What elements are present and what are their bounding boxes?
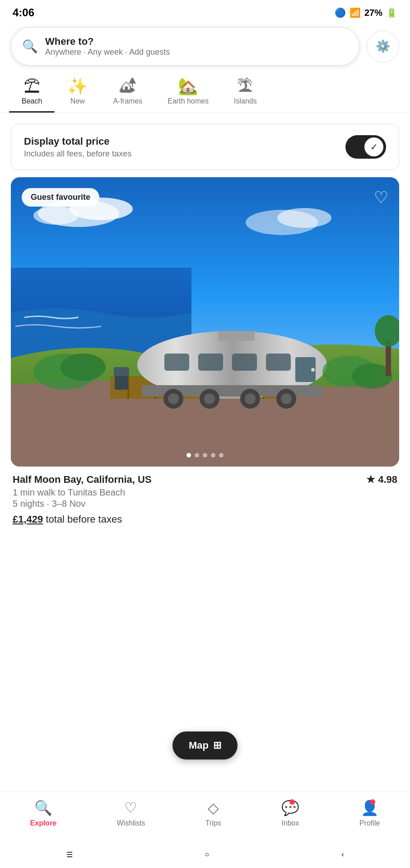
map-icon: ⊞ <box>213 740 221 751</box>
svg-rect-17 <box>198 354 223 371</box>
trips-icon: ◇ <box>208 799 219 816</box>
wishlist-heart-button[interactable]: ♡ <box>374 188 388 207</box>
nav-trips[interactable]: ◇ Trips <box>205 799 221 827</box>
beach-label: Beach <box>22 97 42 105</box>
category-aframes[interactable]: 🏕 A-frames <box>100 73 155 113</box>
search-title: Where to? <box>45 36 170 47</box>
listing-title-row: Half Moon Bay, California, US ★ 4.98 <box>13 474 397 486</box>
listing-image-wrap: Guest favourite ♡ <box>11 177 399 467</box>
explore-label: Explore <box>30 819 57 827</box>
svg-rect-19 <box>266 354 291 371</box>
svg-rect-16 <box>164 354 189 371</box>
listing-price-value: £1,429 <box>13 514 43 525</box>
listing-illustration <box>11 177 399 467</box>
wishlists-icon: ♡ <box>124 799 137 816</box>
explore-icon: 🔍 <box>34 799 52 816</box>
earthhomes-icon: 🏡 <box>178 78 198 94</box>
islands-icon: 🏝 <box>237 78 253 94</box>
category-new[interactable]: ✨ New <box>55 73 100 113</box>
dot-5 <box>219 453 224 458</box>
listing-location: Half Moon Bay, California, US <box>13 474 152 486</box>
status-time: 4:06 <box>13 6 34 19</box>
rating-value: 4.98 <box>378 474 397 486</box>
wifi-icon: 📶 <box>349 7 361 18</box>
svg-point-5 <box>277 208 331 228</box>
price-banner-subtitle: Includes all fees, before taxes <box>24 149 131 159</box>
filter-icon: ⚙️ <box>376 39 390 53</box>
status-bar: 4:06 🔵 📶 27% 🔋 <box>0 0 410 23</box>
nav-explore[interactable]: 🔍 Explore <box>30 799 57 827</box>
battery-text: 27% <box>364 8 382 18</box>
svg-rect-22 <box>219 331 255 341</box>
dot-4 <box>211 453 215 458</box>
svg-rect-21 <box>311 368 315 372</box>
earthhomes-label: Earth homes <box>168 97 209 105</box>
category-nav: ⛱ Beach ✨ New 🏕 A-frames 🏡 Earth homes 🏝… <box>0 73 410 113</box>
image-dots <box>186 453 224 458</box>
svg-point-3 <box>33 207 79 225</box>
svg-point-28 <box>245 393 256 404</box>
svg-rect-32 <box>114 367 129 376</box>
bottom-nav: 🔍 Explore ♡ Wishlists ◇ Trips 💬 Inbox 👤 … <box>0 792 410 841</box>
dot-3 <box>203 453 207 458</box>
total-price-toggle[interactable]: ✓ <box>345 135 386 159</box>
guest-favourite-badge: Guest favourite <box>22 188 99 207</box>
price-banner: Display total price Includes all fees, b… <box>11 124 399 170</box>
profile-label: Profile <box>359 819 380 827</box>
beach-icon: ⛱ <box>24 78 40 94</box>
svg-rect-31 <box>115 374 128 390</box>
dot-1 <box>186 453 191 458</box>
svg-point-24 <box>168 393 179 404</box>
new-icon: ✨ <box>67 78 88 94</box>
bluetooth-icon: 🔵 <box>335 7 346 18</box>
search-subtitle: Anywhere · Any week · Add guests <box>45 47 170 57</box>
svg-rect-18 <box>232 354 257 371</box>
star-icon: ★ <box>366 474 375 486</box>
nav-inbox[interactable]: 💬 Inbox <box>281 799 299 827</box>
svg-point-26 <box>204 393 215 404</box>
category-islands[interactable]: 🏝 Islands <box>221 73 270 113</box>
status-icons: 🔵 📶 27% 🔋 <box>335 7 397 18</box>
android-home-icon[interactable]: ○ <box>205 850 210 859</box>
new-label: New <box>70 97 85 105</box>
search-section: 🔍 Where to? Anywhere · Any week · Add gu… <box>0 23 410 73</box>
android-menu-icon[interactable]: ☰ <box>66 850 73 859</box>
listing-dates: 5 nights · 3–8 Nov <box>13 499 397 509</box>
nav-wishlists[interactable]: ♡ Wishlists <box>116 799 145 827</box>
inbox-notification-dot <box>289 799 295 805</box>
listing-image <box>11 177 399 467</box>
search-icon: 🔍 <box>22 39 38 54</box>
android-nav-bar: ☰ ○ ‹ <box>0 841 410 868</box>
nav-profile[interactable]: 👤 Profile <box>359 799 380 827</box>
trips-label: Trips <box>205 819 221 827</box>
listing-price-label: total before taxes <box>46 514 122 525</box>
inbox-label: Inbox <box>281 819 299 827</box>
category-earthhomes[interactable]: 🏡 Earth homes <box>155 73 221 113</box>
aframes-icon: 🏕 <box>120 78 136 94</box>
aframes-label: A-frames <box>113 97 142 105</box>
map-button[interactable]: Map ⊞ <box>172 731 238 760</box>
listing-description: 1 min walk to Tunitas Beach <box>13 487 397 498</box>
price-banner-text: Display total price Includes all fees, b… <box>24 136 131 159</box>
android-back-icon[interactable]: ‹ <box>341 850 344 859</box>
price-banner-title: Display total price <box>24 136 131 147</box>
svg-point-34 <box>61 354 106 381</box>
islands-label: Islands <box>234 97 257 105</box>
listing-card[interactable]: Guest favourite ♡ Half Moon Bay, Califor… <box>11 177 399 529</box>
wishlists-label: Wishlists <box>116 819 145 827</box>
search-text: Where to? Anywhere · Any week · Add gues… <box>45 36 170 57</box>
svg-point-30 <box>281 393 292 404</box>
listing-rating: ★ 4.98 <box>366 474 397 486</box>
battery-icon: 🔋 <box>386 7 397 18</box>
category-beach[interactable]: ⛱ Beach <box>9 73 55 113</box>
map-label: Map <box>189 740 209 751</box>
search-bar[interactable]: 🔍 Where to? Anywhere · Any week · Add gu… <box>11 27 359 66</box>
toggle-check: ✓ <box>364 137 383 156</box>
filter-button[interactable]: ⚙️ <box>367 30 399 63</box>
listing-price: £1,429 total before taxes <box>13 514 397 525</box>
dot-2 <box>195 453 199 458</box>
listing-info: Half Moon Bay, California, US ★ 4.98 1 m… <box>11 467 399 529</box>
